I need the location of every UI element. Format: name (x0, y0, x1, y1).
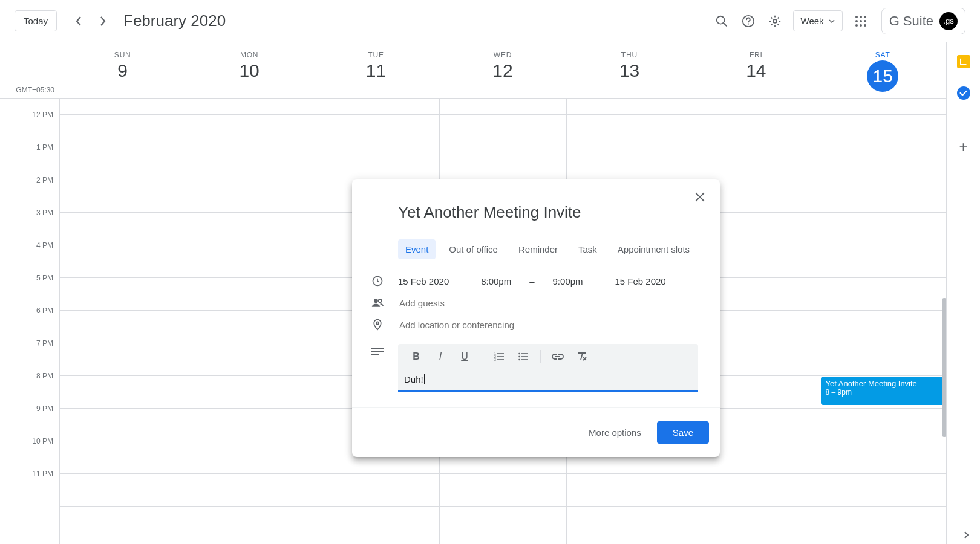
day-header[interactable]: MON10 (186, 42, 312, 98)
day-header[interactable]: FRI14 (693, 42, 819, 98)
apps-grid-icon (855, 15, 867, 27)
start-time[interactable]: 8:00pm (481, 276, 511, 287)
link-icon (552, 354, 564, 360)
svg-point-30 (518, 353, 520, 355)
day-header[interactable]: SUN9 (59, 42, 186, 98)
help-button[interactable] (735, 8, 762, 34)
today-button[interactable]: Today (15, 10, 57, 31)
end-date[interactable]: 15 Feb 2020 (615, 276, 665, 287)
hour-label: 4 PM (0, 241, 59, 274)
gsuite-badge[interactable]: G Suite .gs (881, 8, 965, 34)
chevron-right-icon (99, 16, 106, 27)
more-options-button[interactable]: More options (584, 421, 646, 444)
description-editor[interactable]: Duh! (398, 369, 698, 392)
caret-down-icon (829, 19, 835, 23)
day-column[interactable] (186, 99, 312, 544)
link-button[interactable] (546, 345, 570, 369)
day-column[interactable] (820, 99, 946, 544)
day-header-row: GMT+05:30 SUN9MON10TUE11WED12THU13FRI14S… (0, 42, 946, 99)
tasks-button[interactable] (955, 85, 972, 102)
svg-point-8 (855, 20, 858, 22)
event-type-tab[interactable]: Task (571, 239, 604, 259)
popup-footer: More options Save (352, 407, 720, 457)
event-type-tab[interactable]: Reminder (511, 239, 565, 259)
hour-label: 1 PM (0, 143, 59, 176)
underline-button[interactable]: U (452, 345, 477, 369)
gsuite-label: G Suite (889, 13, 933, 29)
next-button[interactable] (91, 9, 115, 33)
event-type-tab[interactable]: Event (398, 239, 436, 259)
settings-button[interactable] (762, 8, 788, 34)
keep-button[interactable] (955, 53, 972, 70)
svg-point-17 (376, 322, 379, 324)
prev-button[interactable] (67, 9, 91, 33)
event-block[interactable]: Yet Another Meeting Invite 8 – 9pm (821, 377, 946, 405)
svg-point-31 (518, 356, 520, 358)
hour-label: 12 PM (0, 111, 59, 143)
event-type-tab[interactable]: Out of office (442, 239, 505, 259)
location-icon (370, 319, 385, 331)
hour-label: 2 PM (0, 176, 59, 209)
save-button[interactable]: Save (657, 421, 709, 444)
day-of-week: SUN (59, 51, 186, 59)
list-bulleted-icon (518, 352, 528, 361)
day-header[interactable]: WED12 (439, 42, 566, 98)
bold-button[interactable]: B (404, 345, 428, 369)
location-input[interactable] (398, 319, 709, 331)
timezone-label: GMT+05:30 (0, 42, 59, 98)
svg-point-32 (518, 359, 520, 361)
svg-point-6 (860, 16, 862, 18)
scrollbar[interactable] (942, 298, 946, 437)
close-icon (694, 192, 709, 202)
svg-point-16 (379, 299, 382, 302)
event-editor-popup: EventOut of officeReminderTaskAppointmen… (352, 179, 720, 457)
end-time[interactable]: 9:00pm (553, 276, 583, 287)
italic-button[interactable]: I (428, 345, 452, 369)
month-title: February 2020 (123, 11, 226, 30)
description-row: B I U 123 Duh! (352, 335, 720, 397)
svg-point-15 (374, 299, 378, 303)
editor-toolbar: B I U 123 (398, 344, 698, 369)
day-of-week: MON (186, 51, 312, 59)
day-header[interactable]: SAT15 (820, 42, 946, 98)
time-gutter: 12 PM1 PM2 PM3 PM4 PM5 PM6 PM7 PM8 PM9 P… (0, 99, 59, 544)
svg-point-11 (855, 24, 858, 27)
start-date[interactable]: 15 Feb 2020 (398, 276, 449, 287)
guests-input[interactable] (398, 297, 709, 309)
day-column[interactable] (59, 99, 186, 544)
search-icon (715, 15, 728, 28)
hour-label: 9 PM (0, 404, 59, 437)
event-title: Yet Another Meeting Invite (826, 379, 942, 388)
clear-format-button[interactable] (570, 345, 594, 369)
hour-label: 7 PM (0, 339, 59, 372)
event-title-input[interactable] (398, 201, 709, 227)
nav-arrows (67, 9, 115, 33)
day-of-week: FRI (693, 51, 819, 59)
event-time: 8 – 9pm (826, 388, 942, 397)
hour-label: 8 PM (0, 372, 59, 404)
hour-label: 10 PM (0, 437, 59, 470)
collapse-panel-button[interactable] (963, 531, 969, 539)
avatar[interactable]: .gs (939, 12, 958, 30)
close-button[interactable] (691, 186, 713, 208)
day-number: 10 (186, 60, 312, 81)
gear-icon (768, 15, 782, 28)
day-header[interactable]: TUE11 (313, 42, 439, 98)
hour-label: 11 PM (0, 470, 59, 502)
day-of-week: THU (566, 51, 693, 59)
numbered-list-button[interactable]: 123 (487, 345, 511, 369)
apps-button[interactable] (848, 8, 874, 34)
bullet-list-button[interactable] (511, 345, 535, 369)
list-numbered-icon: 123 (494, 352, 504, 361)
svg-point-4 (773, 19, 777, 23)
guests-row (352, 292, 720, 314)
event-type-tab[interactable]: Appointment slots (610, 239, 697, 259)
day-header[interactable]: THU13 (566, 42, 693, 98)
svg-point-0 (716, 16, 724, 24)
day-of-week: WED (439, 51, 566, 59)
search-button[interactable] (708, 8, 735, 34)
add-addon-button[interactable]: + (955, 138, 972, 155)
time-row[interactable]: 15 Feb 2020 8:00pm – 9:00pm 15 Feb 2020 (352, 270, 720, 292)
view-selector[interactable]: Week (793, 10, 843, 31)
svg-point-10 (864, 20, 866, 22)
